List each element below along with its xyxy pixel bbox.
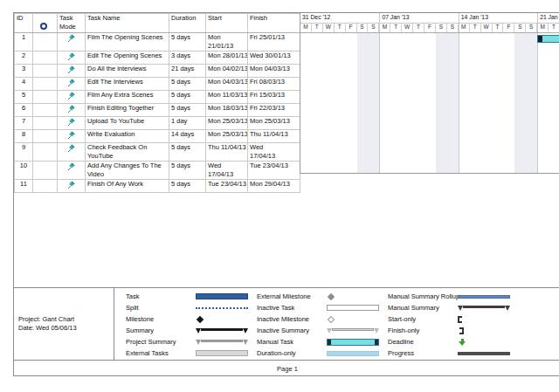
cell-indicators[interactable] <box>33 91 58 104</box>
cell-duration[interactable]: 3 days <box>169 52 206 65</box>
task-row-5[interactable]: 5Film Any Extra Scenes5 daysMon 11/03/13… <box>15 91 300 104</box>
cell-task-name[interactable]: Do All the interviews <box>86 65 169 78</box>
cell-duration[interactable]: 1 day <box>169 117 206 130</box>
cell-id[interactable]: 6 <box>15 104 33 117</box>
cell-start[interactable]: Mon 11/03/13 <box>206 91 248 104</box>
cell-start[interactable]: Mon 21/01/13 <box>206 33 248 52</box>
cell-indicators[interactable] <box>33 52 58 65</box>
cell-task-mode[interactable] <box>58 104 86 117</box>
cell-id[interactable]: 9 <box>15 143 33 162</box>
task-row-3[interactable]: 3Do All the interviews21 daysMon 04/02/1… <box>15 65 300 78</box>
cell-start[interactable]: Thu 11/04/13 <box>206 143 248 162</box>
cell-duration[interactable]: 21 days <box>169 65 206 78</box>
cell-start[interactable]: Mon 25/03/13 <box>206 117 248 130</box>
cell-id[interactable]: 3 <box>15 65 33 78</box>
cell-finish[interactable]: Tue 23/04/13 <box>248 162 300 180</box>
task-row-2[interactable]: 2Edit The Opening Scenes3 daysMon 28/01/… <box>15 52 300 65</box>
cell-task-name[interactable]: Finish Of Any Work <box>86 180 169 193</box>
cell-id[interactable]: 4 <box>15 78 33 91</box>
col-header-id[interactable]: ID <box>15 14 33 33</box>
cell-task-name[interactable]: Film Any Extra Scenes <box>86 91 169 104</box>
cell-finish[interactable]: Wed 17/04/13 <box>248 143 300 162</box>
cell-indicators[interactable] <box>33 33 58 52</box>
cell-start[interactable]: Mon 04/02/13 <box>206 65 248 78</box>
task-row-9[interactable]: 9Check Feedback On YouTube5 daysThu 11/0… <box>15 143 300 162</box>
cell-task-name[interactable]: Upload To YouTube <box>86 117 169 130</box>
cell-id[interactable]: 7 <box>15 117 33 130</box>
cell-finish[interactable]: Wed 30/01/13 <box>248 52 300 65</box>
col-header-indicators[interactable] <box>33 14 58 33</box>
cell-duration[interactable]: 5 days <box>169 104 206 117</box>
col-header-start[interactable]: Start <box>206 14 248 33</box>
task-row-10[interactable]: 10Add Any Changes To The Video5 daysWed … <box>15 162 300 180</box>
task-bar-1[interactable] <box>537 35 559 43</box>
cell-indicators[interactable] <box>33 180 58 193</box>
col-header-mode[interactable]: Task Mode <box>58 14 86 33</box>
cell-finish[interactable]: Fri 25/01/13 <box>248 33 300 52</box>
cell-task-mode[interactable] <box>58 117 86 130</box>
task-row-1[interactable]: 1Film The Opening Scenes5 daysMon 21/01/… <box>15 33 300 52</box>
cell-task-mode[interactable] <box>58 78 86 91</box>
cell-finish[interactable]: Mon 25/03/13 <box>248 117 300 130</box>
cell-task-name[interactable]: Write Evaluation <box>86 130 169 143</box>
col-header-duration[interactable]: Duration <box>169 14 206 33</box>
cell-indicators[interactable] <box>33 65 58 78</box>
cell-id[interactable]: 8 <box>15 130 33 143</box>
cell-task-mode[interactable] <box>58 91 86 104</box>
cell-duration[interactable]: 5 days <box>169 91 206 104</box>
cell-task-name[interactable]: Check Feedback On YouTube <box>86 143 169 162</box>
cell-start[interactable]: Mon 04/03/13 <box>206 78 248 91</box>
cell-indicators[interactable] <box>33 143 58 162</box>
cell-task-name[interactable]: Edit The Opening Scenes <box>86 52 169 65</box>
cell-id[interactable]: 2 <box>15 52 33 65</box>
cell-id[interactable]: 10 <box>15 162 33 180</box>
cell-start[interactable]: Tue 23/04/13 <box>206 180 248 193</box>
cell-duration[interactable]: 5 days <box>169 180 206 193</box>
cell-finish[interactable]: Thu 11/04/13 <box>248 130 300 143</box>
cell-duration[interactable]: 5 days <box>169 33 206 52</box>
cell-start[interactable]: Mon 25/03/13 <box>206 130 248 143</box>
col-header-finish[interactable]: Finish <box>248 14 300 33</box>
weekend-band <box>514 32 526 173</box>
task-row-11[interactable]: 11Finish Of Any Work5 daysTue 23/04/13Mo… <box>15 180 300 193</box>
legend-label: Milestone <box>126 315 196 323</box>
cell-task-name[interactable]: Film The Opening Scenes <box>86 33 169 52</box>
cell-id[interactable]: 11 <box>15 180 33 193</box>
inactive-summary-symbol <box>327 328 379 334</box>
task-row-4[interactable]: 4Edit The Interviews5 daysMon 04/03/13Fr… <box>15 78 300 91</box>
cell-start[interactable]: Mon 18/03/13 <box>206 104 248 117</box>
cell-duration[interactable]: 5 days <box>169 162 206 180</box>
cell-duration[interactable]: 5 days <box>169 78 206 91</box>
cell-indicators[interactable] <box>33 104 58 117</box>
cell-finish[interactable]: Fri 08/03/13 <box>248 78 300 91</box>
cell-task-mode[interactable] <box>58 143 86 162</box>
cell-task-mode[interactable] <box>58 65 86 78</box>
cell-finish[interactable]: Fri 22/03/13 <box>248 104 300 117</box>
cell-task-name[interactable]: Edit The Interviews <box>86 78 169 91</box>
cell-task-name[interactable]: Add Any Changes To The Video <box>86 162 169 180</box>
cell-task-mode[interactable] <box>58 180 86 193</box>
task-row-6[interactable]: 6Finish Editing Together5 daysMon 18/03/… <box>15 104 300 117</box>
task-row-8[interactable]: 8Write Evaluation14 daysMon 25/03/13Thu … <box>15 130 300 143</box>
col-header-name[interactable]: Task Name <box>86 14 169 33</box>
task-row-7[interactable]: 7Upload To YouTube1 dayMon 25/03/13Mon 2… <box>15 117 300 130</box>
cell-task-name[interactable]: Finish Editing Together <box>86 104 169 117</box>
cell-indicators[interactable] <box>33 162 58 180</box>
cell-id[interactable]: 1 <box>15 33 33 52</box>
cell-finish[interactable]: Mon 29/04/13 <box>248 180 300 193</box>
cell-indicators[interactable] <box>33 78 58 91</box>
cell-duration[interactable]: 14 days <box>169 130 206 143</box>
task-table[interactable]: IDTask ModeTask NameDurationStartFinish1… <box>14 13 300 193</box>
cell-finish[interactable]: Fri 15/03/13 <box>248 91 300 104</box>
cell-start[interactable]: Mon 28/01/13 <box>206 52 248 65</box>
cell-task-mode[interactable] <box>58 162 86 180</box>
cell-finish[interactable]: Mon 04/03/13 <box>248 65 300 78</box>
cell-indicators[interactable] <box>33 130 58 143</box>
cell-start[interactable]: Wed 17/04/13 <box>206 162 248 180</box>
cell-id[interactable]: 5 <box>15 91 33 104</box>
cell-task-mode[interactable] <box>58 33 86 52</box>
cell-duration[interactable]: 5 days <box>169 143 206 162</box>
cell-indicators[interactable] <box>33 117 58 130</box>
cell-task-mode[interactable] <box>58 52 86 65</box>
cell-task-mode[interactable] <box>58 130 86 143</box>
